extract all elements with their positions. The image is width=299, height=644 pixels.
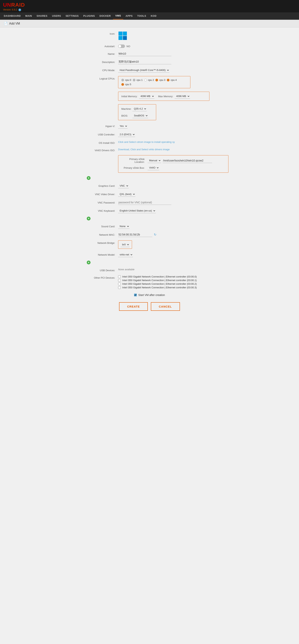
machine-section: Machine: Q35-4.2 BIOS: SeaBIOS [118, 104, 156, 120]
bios-select[interactable]: SeaBIOS [132, 113, 148, 118]
pci-label-2: Intel I350 Gigabit Network Connection | … [122, 282, 197, 285]
network-mac-control: ↻ [118, 232, 214, 237]
info-icon[interactable]: i [18, 8, 21, 11]
cpu-mode-control: Host Passthrough (Intel® Core™ i5-8400) [118, 68, 214, 73]
nav-tools[interactable]: TOOLS [135, 12, 148, 19]
vnc-password-input[interactable] [118, 200, 171, 205]
pci-checkbox-0[interactable] [118, 276, 121, 278]
page-header: 📄 Add VM [0, 20, 299, 28]
cpu-radio-4[interactable] [167, 79, 170, 82]
nav-apps[interactable]: APPS [123, 12, 135, 19]
pci-checkbox-3[interactable] [118, 286, 121, 289]
network-mac-input[interactable] [118, 232, 152, 237]
nav-docker[interactable]: DOCKER [97, 12, 113, 19]
refresh-mac-icon[interactable]: ↻ [154, 233, 156, 236]
hyperv-select[interactable]: Yes [118, 124, 128, 128]
os-iso-link[interactable]: Click and Select cdrom image to install … [118, 140, 175, 144]
usb-controller-row: USB Controller: 2.0 (EHCI) [85, 132, 214, 137]
network-model-row: Network Model: virtio-net [85, 252, 214, 257]
hyperv-row: Hyper-V: Yes [85, 124, 214, 128]
cpu-radio-5[interactable] [121, 83, 124, 86]
icon-control [118, 31, 214, 40]
os-iso-label: OS Install ISO: [85, 140, 118, 144]
vnc-driver-select[interactable]: QXL (best) [118, 192, 136, 197]
nav-settings[interactable]: SETTINGS [63, 12, 81, 19]
start-vm-checkbox[interactable] [134, 294, 137, 296]
pci-label-1: Intel I350 Gigabit Network Connection | … [122, 279, 197, 282]
machine-label: Machine: [121, 108, 131, 110]
add-network-button[interactable]: + [87, 260, 90, 264]
nav-main[interactable]: MAIN [23, 12, 34, 19]
nav-vms[interactable]: VMS [113, 12, 123, 20]
cpu-radio-2[interactable] [144, 79, 147, 82]
network-bridge-section: br0 [118, 240, 132, 249]
cpu-label-5: cpu 5 [125, 83, 131, 86]
virtio-iso-row: VirtIO Drivers ISO: Download, Click and … [85, 148, 214, 152]
cpu-radio-1[interactable] [133, 79, 136, 82]
pci-devices-row: Other PCI Devices: Intel I350 Gigabit Ne… [85, 275, 214, 290]
pci-label-0: Intel I350 Gigabit Network Connection | … [122, 275, 197, 278]
max-memory-select[interactable]: 4096 MB [174, 94, 190, 99]
page-title: Add VM [9, 22, 20, 25]
vdisk-bus-select[interactable]: VirtIO [148, 165, 159, 170]
vnc-keyboard-control: English-United States (en-us) [118, 208, 214, 213]
network-bridge-select[interactable]: br0 [120, 242, 130, 247]
form-content: Icon: [77, 28, 222, 320]
description-input[interactable] [118, 60, 171, 64]
cpu-mode-select[interactable]: Host Passthrough (Intel® Core™ i5-8400) [118, 68, 170, 73]
virtio-iso-link[interactable]: Download, Click and Select virtio driver… [118, 148, 170, 151]
memory-spacer [85, 92, 118, 93]
cpu-mode-row: CPU Mode: Host Passthrough (Intel® Core™… [85, 68, 214, 73]
pci-checkbox-2[interactable] [118, 283, 121, 285]
cpu-radio-3[interactable] [156, 79, 158, 82]
usb-controller-select[interactable]: 2.0 (EHCI) [118, 132, 135, 137]
network-model-select[interactable]: virtio-net [118, 252, 133, 257]
autostart-value: NO [126, 45, 130, 48]
vdisk-location-type-select[interactable]: Manual [148, 158, 161, 163]
sound-card-select[interactable]: None [118, 224, 130, 229]
network-mac-label: Network MAC: [85, 232, 118, 236]
virtio-iso-control: Download, Click and Select virtio driver… [118, 148, 214, 151]
nav-users[interactable]: USERS [50, 12, 63, 19]
cpu-grid: cpu 0 cpu 1 cpu 2 cpu 3 [121, 78, 187, 86]
name-row: Name: [85, 51, 214, 56]
nav-dashboard[interactable]: DASHBOARD [2, 12, 23, 19]
app-header: UNRAID Version: 6.9.2 i [0, 0, 299, 12]
vdisk-path-input[interactable] [162, 158, 212, 163]
add-audio-button[interactable]: + [87, 217, 90, 220]
windows-icon[interactable] [118, 31, 127, 40]
vnc-keyboard-select[interactable]: English-United States (en-us) [118, 208, 156, 213]
nav-shares[interactable]: SHARES [34, 12, 50, 19]
name-input[interactable] [118, 51, 171, 56]
vdisk-control: Primary vDisk Location: Manual Primary v… [118, 155, 228, 173]
network-bridge-row: Network Bridge: br0 [85, 240, 214, 249]
add-vdisk-button[interactable]: + [87, 176, 90, 180]
cancel-button[interactable]: CANCEL [151, 302, 180, 311]
max-memory-item: Max Memory: 4096 MB [158, 94, 190, 99]
network-bridge-control: br0 [118, 240, 214, 249]
machine-select[interactable]: Q35-4.2 [132, 106, 147, 111]
initial-memory-select[interactable]: 4096 MB [139, 94, 154, 99]
version-info: Version: 6.9.2 i [3, 8, 296, 11]
vnc-password-row: VNC Password: [85, 200, 214, 205]
autostart-row: Autostart: NO [85, 44, 214, 48]
start-vm-label: Start VM after creation [138, 294, 165, 296]
usb-devices-row: USB Devices: None available [85, 268, 214, 272]
graphics-card-select[interactable]: VNC [118, 183, 129, 188]
sound-card-row: Sound Card: None [85, 224, 214, 229]
add-network-row: + [87, 260, 214, 264]
cpu-label-1: cpu 1 [136, 78, 143, 82]
pci-checkbox-1[interactable] [118, 279, 121, 282]
nav-kod[interactable]: KOD [148, 12, 159, 19]
add-vdisk-row: + [87, 176, 214, 180]
button-row: CREATE CANCEL [85, 302, 214, 311]
page-icon: 📄 [4, 22, 8, 25]
cpu-radio-0[interactable] [121, 79, 124, 82]
autostart-toggle[interactable] [118, 44, 125, 48]
memory-section: Initial Memory: 4096 MB Max Memory: 4096… [118, 92, 210, 101]
name-control [118, 51, 214, 56]
nav-plugins[interactable]: PLUGINS [81, 12, 97, 19]
cpu-label-0: cpu 0 [125, 78, 131, 82]
create-button[interactable]: CREATE [119, 302, 148, 311]
machine-control: Machine: Q35-4.2 BIOS: SeaBIOS [118, 104, 214, 120]
